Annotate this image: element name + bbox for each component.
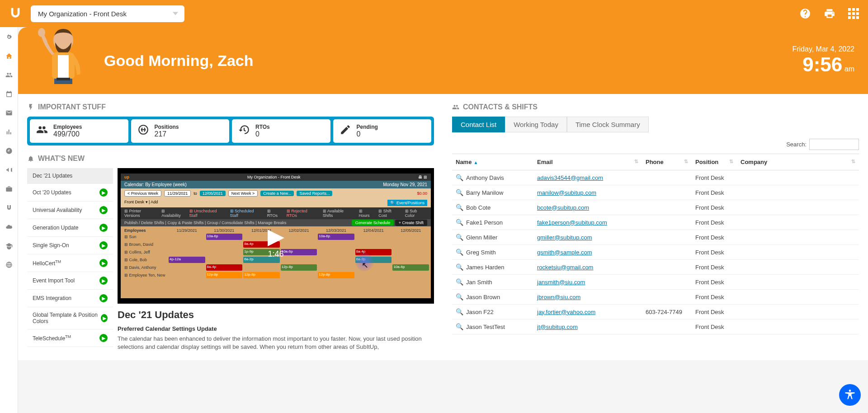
contact-name: Jason Brown (466, 294, 500, 300)
contact-email[interactable]: adavis34544@gmail.com (537, 174, 603, 181)
news-item[interactable]: HelloCertTM▶ (27, 254, 113, 272)
accessibility-button[interactable] (839, 384, 861, 406)
contact-email[interactable]: bcote@subitup.com (537, 204, 589, 211)
table-row: 🔍Anthony Davisadavis34544@gmail.comFront… (452, 170, 859, 185)
contact-position: Front Desk (692, 230, 737, 245)
globe-icon[interactable] (5, 260, 14, 269)
contacts-table: Name▲ Email⇅ Phone⇅ Position⇅ Company⇅ 🔍… (452, 154, 859, 334)
news-item[interactable]: Generation Update▶ (27, 219, 113, 237)
table-row: 🔍Fake1 Personfake1person@subitup.comFron… (452, 215, 859, 230)
contact-phone (642, 275, 692, 290)
magnify-icon[interactable]: 🔍 (456, 293, 463, 300)
chevron-right-icon: ▶ (99, 224, 108, 232)
magnify-icon[interactable]: 🔍 (456, 204, 463, 211)
graduation-icon[interactable] (5, 241, 14, 250)
org-selector[interactable]: My Organization - Front Desk (31, 5, 184, 22)
news-item-label: Event Import Tool (33, 277, 75, 284)
stat-card[interactable]: Pending0 (333, 119, 432, 143)
contact-company (737, 245, 859, 260)
contact-email[interactable]: jt@subitup.com (537, 324, 578, 330)
contact-email[interactable]: jansmith@siu.com (537, 279, 585, 286)
news-item[interactable]: Global Template & Position Colors▶ (27, 307, 113, 329)
magnify-icon[interactable]: 🔍 (456, 174, 463, 181)
stats-row: Employees499/700Positions217RTOs0Pending… (27, 117, 434, 145)
users-icon[interactable] (5, 70, 14, 80)
apps-icon[interactable] (848, 8, 859, 19)
stat-label: Pending (357, 124, 378, 130)
chevron-right-icon: ▶ (99, 241, 108, 249)
contact-name: Barry Manilow (466, 189, 503, 196)
stat-icon (238, 124, 250, 138)
contact-email[interactable]: jay.fortier@yahoo.com (537, 309, 595, 315)
news-item-label: Dec '21 Updates (33, 173, 72, 179)
gear-icon[interactable] (5, 33, 14, 42)
news-item[interactable]: EMS Integration▶ (27, 290, 113, 307)
tab-time-clock[interactable]: Time Clock Summary (567, 117, 649, 132)
col-email[interactable]: Email⇅ (533, 154, 642, 170)
magnet-icon[interactable] (5, 203, 14, 212)
avatar (32, 27, 95, 92)
col-name[interactable]: Name▲ (452, 154, 533, 170)
magnify-icon[interactable]: 🔍 (456, 234, 463, 241)
tab-contact-list[interactable]: Contact List (452, 117, 505, 132)
stat-label: RTOs (255, 124, 270, 130)
news-item[interactable]: Oct '20 Updates▶ (27, 184, 113, 202)
megaphone-icon[interactable] (5, 165, 14, 174)
contact-email[interactable]: jbrown@siu.com (537, 294, 580, 300)
contact-email[interactable]: fake1person@subitup.com (537, 219, 607, 226)
play-icon[interactable]: ▶ (268, 223, 284, 249)
chevron-right-icon: ▶ (99, 259, 108, 267)
contact-email[interactable]: manilow@subitup.com (537, 189, 596, 196)
col-phone[interactable]: Phone⇅ (642, 154, 692, 170)
svg-rect-2 (58, 55, 69, 78)
stat-card[interactable]: RTOs0 (232, 119, 330, 143)
briefcase-icon[interactable] (5, 184, 14, 193)
contact-phone (642, 290, 692, 305)
magnify-icon[interactable]: 🔍 (456, 249, 463, 256)
home-icon[interactable] (5, 52, 14, 61)
contact-company (737, 305, 859, 319)
article-body: The calendar has been enhanced to delive… (118, 335, 434, 351)
video-player[interactable]: up My Organization - Front Desk 🖶 ⊞ Cale… (118, 168, 434, 304)
search-input[interactable] (809, 139, 859, 150)
contact-phone (642, 170, 692, 185)
contact-phone (642, 200, 692, 215)
help-icon[interactable] (799, 8, 811, 19)
chart-icon[interactable] (5, 127, 14, 136)
chevron-right-icon: ▶ (101, 314, 108, 322)
magnify-icon[interactable]: 🔍 (456, 308, 463, 315)
clock-icon[interactable] (5, 146, 14, 155)
table-row: 🔍Jay Fortierjason@subitup.com603-724-774… (452, 334, 859, 335)
contact-email[interactable]: gmiller@subitup.com (537, 234, 592, 241)
envelope-icon[interactable] (5, 108, 14, 117)
magnify-icon[interactable]: 🔍 (456, 189, 463, 196)
contact-name: Greg Smith (466, 249, 496, 256)
stat-icon (36, 124, 48, 138)
news-item[interactable]: Universal Availability▶ (27, 202, 113, 219)
print-icon[interactable] (824, 8, 835, 19)
cloud-icon[interactable] (5, 222, 14, 231)
tab-working-today[interactable]: Working Today (505, 117, 567, 132)
col-company[interactable]: Company⇅ (737, 154, 859, 170)
news-item[interactable]: Dec '21 Updates (27, 168, 113, 184)
col-position[interactable]: Position⇅ (692, 154, 737, 170)
magnify-icon[interactable]: 🔍 (456, 323, 463, 330)
topbar: My Organization - Front Desk (0, 0, 868, 27)
contact-email[interactable]: rocketsiu@gmail.com (537, 264, 593, 271)
magnify-icon[interactable]: 🔍 (456, 263, 463, 271)
stat-card[interactable]: Positions217 (131, 119, 230, 143)
calendar-icon[interactable] (5, 89, 14, 99)
tabs: Contact List Working Today Time Clock Su… (452, 117, 859, 132)
chevron-right-icon: ▶ (99, 334, 108, 342)
contact-company (737, 290, 859, 305)
contact-phone: 603-724-7749 (642, 334, 692, 335)
magnify-icon[interactable]: 🔍 (456, 219, 463, 226)
contact-email[interactable]: gsmith@sample.com (537, 249, 592, 256)
whats-new-header: WHAT'S NEW (27, 155, 434, 163)
news-item[interactable]: TeleScheduleTM▶ (27, 329, 113, 347)
contact-position: Front Desk (692, 170, 737, 185)
magnify-icon[interactable]: 🔍 (456, 278, 463, 286)
stat-card[interactable]: Employees499/700 (30, 119, 128, 143)
news-item[interactable]: Single Sign-On▶ (27, 237, 113, 254)
news-item[interactable]: Event Import Tool▶ (27, 272, 113, 290)
